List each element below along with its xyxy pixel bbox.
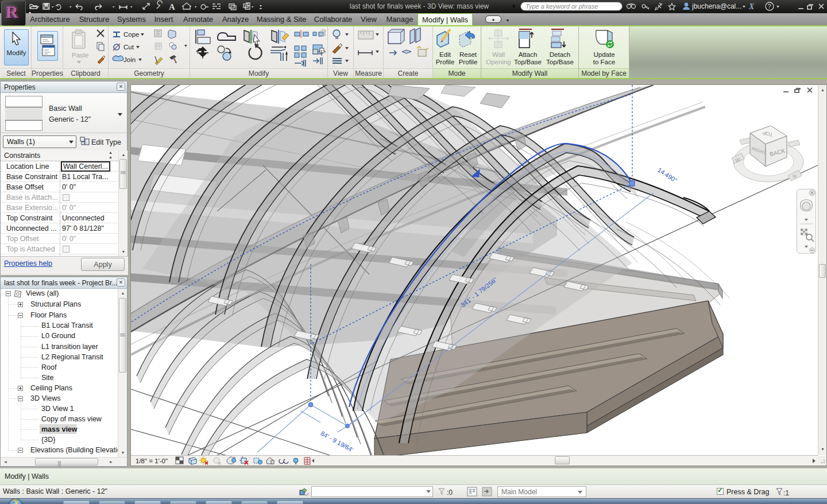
svg-text::0: :0 xyxy=(447,489,453,497)
svg-text:Paste: Paste xyxy=(72,52,88,59)
svg-text::1: :1 xyxy=(783,489,789,497)
svg-text:?: ? xyxy=(768,3,771,10)
svg-text:Cut: Cut xyxy=(123,44,134,51)
svg-text:14.490°: 14.490° xyxy=(656,166,678,184)
svg-text:Join: Join xyxy=(123,56,136,63)
svg-text:Cope: Cope xyxy=(123,31,140,38)
svg-text:jbuchena@cal...: jbuchena@cal... xyxy=(691,2,741,10)
svg-text:84' - 9 19/64': 84' - 9 19/64' xyxy=(319,430,354,453)
svg-text:X: X xyxy=(748,2,755,11)
svg-text:A: A xyxy=(169,2,175,11)
